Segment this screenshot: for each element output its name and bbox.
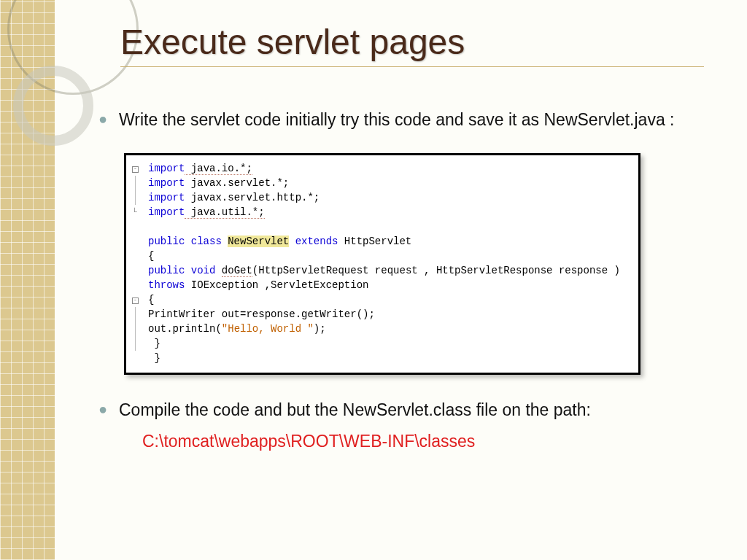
slide-content: ● Write the servlet code initially try t… <box>98 108 704 451</box>
bullet-dot-icon: ● <box>98 108 119 131</box>
decorative-circle-small <box>13 66 93 146</box>
slide-title: Execute servlet pages <box>120 22 704 67</box>
bullet-dot-icon: ● <box>98 398 119 421</box>
bullet-item-2: ● Compile the code and but the NewServle… <box>98 398 704 421</box>
code-screenshot: - └ - import java.io.*; import javax.ser… <box>124 153 640 375</box>
code-fold-gutter: - └ - <box>132 161 144 365</box>
bullet-text-2: Compile the code and but the NewServlet.… <box>119 398 591 421</box>
code-body: import java.io.*; import javax.servlet.*… <box>148 161 632 365</box>
bullet-item-1: ● Write the servlet code initially try t… <box>98 108 704 131</box>
bullet-text-1: Write the servlet code initially try thi… <box>119 108 674 131</box>
file-path: C:\tomcat\webapps\ROOT\WEB-INF\classes <box>142 432 704 451</box>
